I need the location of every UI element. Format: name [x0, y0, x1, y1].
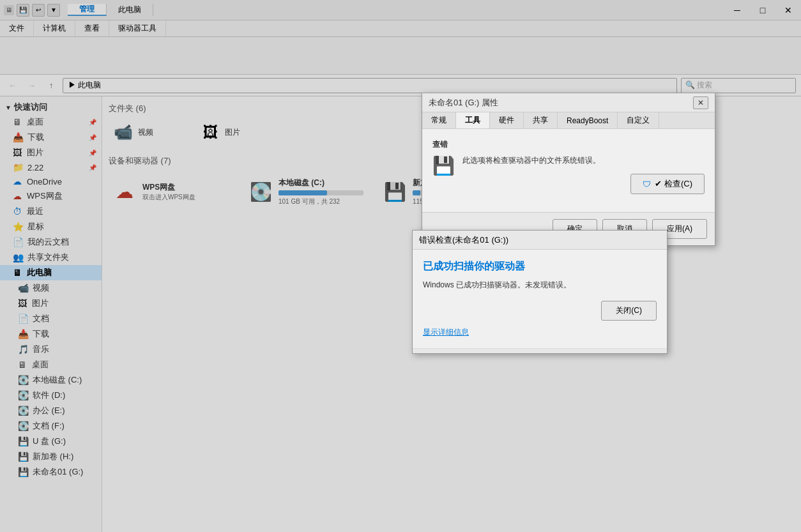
properties-dialog-tabs: 常规 工具 硬件 共享 ReadyBoost 自定义 [422, 112, 715, 129]
prop-tab-tools[interactable]: 工具 [456, 112, 490, 128]
scan-dialog-title-bar: 错误检查(未命名01 (G:)) [413, 231, 667, 250]
modal-overlay [0, 0, 801, 532]
properties-dialog-title-bar: 未命名01 (G:) 属性 ✕ [422, 93, 715, 112]
prop-tab-share[interactable]: 共享 [524, 112, 558, 128]
scan-dialog-title-text: 错误检查(未命名01 (G:)) [419, 234, 508, 246]
check-btn[interactable]: 🛡 ✔ 检查(C) [630, 174, 705, 194]
prop-tab-readyboost[interactable]: ReadyBoost [558, 112, 618, 128]
scan-success-title: 已成功扫描你的驱动器 [423, 260, 657, 273]
check-desc: 此选项将检查驱动器中的文件系统错误。 [462, 155, 705, 166]
disk-icon: 💾 [432, 155, 455, 176]
prop-tab-custom[interactable]: 自定义 [618, 112, 659, 128]
scan-dialog-content: 已成功扫描你的驱动器 Windows 已成功扫描驱动器。未发现错误。 关闭(C)… [413, 250, 667, 348]
shield-icon: 🛡 [643, 179, 651, 189]
prop-tab-hardware[interactable]: 硬件 [490, 112, 524, 128]
properties-dialog: 未命名01 (G:) 属性 ✕ 常规 工具 硬件 共享 ReadyBoost 自… [422, 93, 715, 246]
scan-close-btn[interactable]: 关闭(C) [601, 301, 657, 321]
properties-dialog-close[interactable]: ✕ [693, 96, 708, 109]
scan-dialog-footer [413, 348, 667, 353]
scan-detail-link[interactable]: 显示详细信息 [423, 327, 657, 338]
check-section-title: 查错 [432, 139, 705, 150]
scan-dialog: 错误检查(未命名01 (G:)) 已成功扫描你的驱动器 Windows 已成功扫… [412, 230, 668, 354]
scan-success-desc: Windows 已成功扫描驱动器。未发现错误。 [423, 280, 657, 291]
properties-dialog-title: 未命名01 (G:) 属性 [429, 97, 693, 109]
prop-tab-general[interactable]: 常规 [422, 112, 456, 128]
properties-dialog-content: 查错 💾 此选项将检查驱动器中的文件系统错误。 🛡 ✔ 检查(C) [422, 129, 715, 212]
